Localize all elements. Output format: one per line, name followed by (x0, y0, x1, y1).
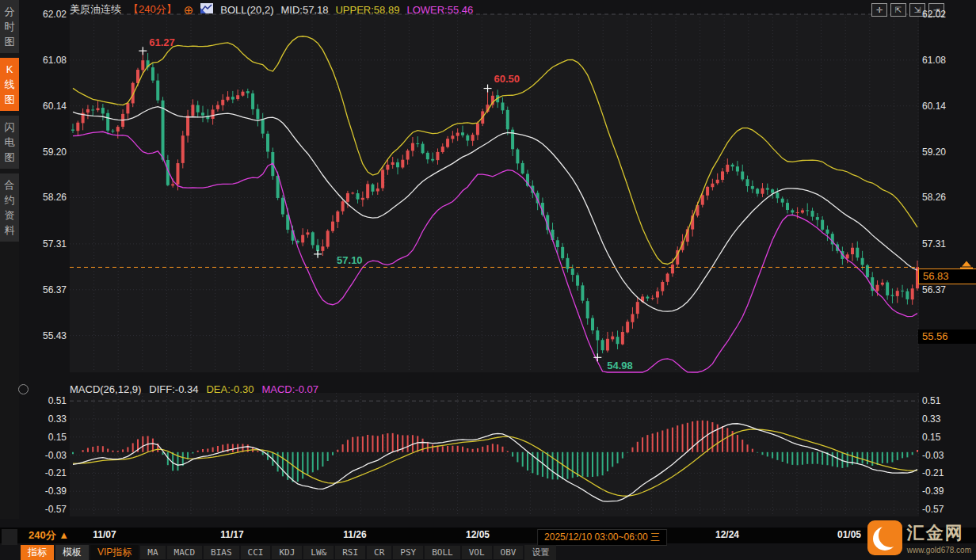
sidebar-tab-1[interactable]: K 线 图 (0, 58, 19, 111)
x-axis-date-label: 11/26 (343, 529, 366, 540)
chart-header: 美原油连续 【240分】 ⊕ BOLL(20,2) MID:57.18 UPPE… (70, 2, 473, 17)
x-axis-date-label: 11/17 (220, 529, 243, 540)
price-axis-label: 58.26 (19, 192, 67, 203)
price-axis-label: 56.37 (19, 284, 67, 295)
chart-type-icon[interactable] (200, 3, 213, 16)
macd-axis-label: 0.33 (922, 413, 973, 425)
price-axis-label: 57.31 (922, 238, 973, 250)
price-axis-label: 61.08 (19, 55, 67, 66)
svg-text:57.10: 57.10 (337, 254, 363, 266)
macd-axis-label: -0.03 (19, 450, 67, 461)
corner-button[interactable] (2, 529, 17, 545)
boll-lower-value: LOWER:55.46 (406, 4, 473, 16)
indicator-tab-MA[interactable]: MA (140, 546, 165, 559)
indicator-tab-KDJ[interactable]: KDJ (272, 546, 302, 559)
macd-axis-label: -0.39 (922, 486, 973, 497)
price-axis-label: 62.02 (19, 9, 67, 20)
indicator-tab-bar: 指标模板VIP指标MAMACDBIASCCIKDJLW&RSICRPSYBOLL… (21, 545, 556, 559)
crosshair-date-label: 2025/12/10 03:00~06:00 三 (537, 529, 667, 546)
period-selector[interactable]: 240分 ▲ (29, 528, 69, 543)
period-label[interactable]: 【240分】 (128, 2, 177, 17)
brand-logo: 汇金网 www.gold678.com (867, 520, 971, 555)
boll-label[interactable]: BOLL(20,2) (220, 4, 273, 16)
indicator-tab-设置[interactable]: 设置 (524, 545, 556, 560)
macd-axis-label: 0.33 (19, 413, 67, 425)
svg-text:61.27: 61.27 (149, 36, 175, 48)
macd-axis-label: 0.15 (19, 432, 67, 443)
svg-text:54.98: 54.98 (607, 360, 633, 371)
indicator-tab-MACD[interactable]: MACD (167, 546, 203, 559)
move-icon[interactable]: ✛ (871, 3, 887, 17)
macd-diff-value: DIFF:-0.34 (149, 383, 198, 395)
x-axis-date-label: 11/07 (93, 529, 116, 540)
macd-axis-label: 0.15 (922, 432, 973, 443)
macd-axis-label: 0.51 (19, 395, 67, 406)
indicator-tab-CR[interactable]: CR (367, 546, 391, 559)
macd-axis-label: -0.21 (19, 467, 67, 478)
price-axis-label: 59.20 (922, 147, 973, 158)
symbol-title: 美原油连续 (70, 2, 121, 17)
sidebar-tab-3[interactable]: 合 约 资 料 (0, 173, 19, 242)
macd-dea-value: DEA:-0.30 (206, 383, 254, 395)
boll-upper-value: UPPER:58.89 (335, 4, 399, 16)
indicator-tab-RSI[interactable]: RSI (335, 546, 365, 559)
macd-axis-label: -0.39 (19, 486, 67, 497)
chart-application: 61.2760.5057.1054.98 分 时 图K 线 图闪 电 图合 约 … (0, 0, 976, 560)
x-axis-date-label: 01/05 (837, 529, 861, 540)
logo-icon (867, 520, 902, 555)
price-axis-label: 60.14 (922, 101, 973, 112)
sidebar-tab-2[interactable]: 闪 电 图 (0, 116, 19, 169)
sidebar-tab-0[interactable]: 分 时 图 (0, 0, 19, 53)
macd-hist-value: MACD:-0.07 (261, 383, 318, 395)
sidebar: 分 时 图K 线 图闪 电 图合 约 资 料 (0, 0, 19, 519)
price-axis-label: 60.14 (19, 101, 67, 112)
x-axis-date-label: 12/24 (715, 529, 739, 540)
price-axis-label: 56.37 (922, 284, 973, 295)
indicator-tab-OBV[interactable]: OBV (494, 546, 524, 559)
macd-axis-label: -0.03 (922, 450, 973, 461)
indicator-tab-VOL[interactable]: VOL (462, 546, 492, 559)
macd-params-label[interactable]: MACD(26,12,9) (70, 383, 141, 395)
logo-name: 汇金网 (907, 521, 971, 545)
indicator-tab-LW&[interactable]: LW& (303, 546, 334, 559)
logo-url: www.gold678.com (907, 546, 971, 554)
indicator-panel-toggle-icon[interactable] (18, 384, 29, 394)
zoom-vertical-axis-icon[interactable]: ⇱ (890, 3, 906, 17)
price-axis-label: 59.20 (19, 147, 67, 158)
macd-axis-label: -0.57 (922, 504, 973, 515)
price-axis-label: 55.43 (19, 330, 67, 341)
indicator-tab-PSY[interactable]: PSY (393, 546, 423, 559)
macd-axis-label: 0.51 (922, 395, 973, 406)
boll-mid-value: MID:57.18 (280, 4, 328, 16)
indicator-tab-BIAS[interactable]: BIAS (204, 546, 239, 559)
indicator-tab-CCI[interactable]: CCI (241, 546, 271, 559)
price-axis-label: 62.02 (922, 9, 973, 20)
x-axis-date-label: 12/05 (466, 529, 490, 540)
indicator-tab-VIP指标[interactable]: VIP指标 (90, 545, 139, 560)
x-axis-row: 240分 ▲ 11/0711/1711/2612/052025/12/10 03… (0, 528, 976, 543)
last-price-box: 56.83 (918, 269, 976, 284)
indicator-tab-指标[interactable]: 指标 (21, 545, 54, 560)
add-overlay-icon[interactable]: ⊕ (184, 5, 194, 15)
lower-band-price-box: 55.56 (918, 330, 976, 344)
macd-axis-label: -0.21 (922, 467, 973, 478)
price-axis-label: 61.08 (922, 55, 973, 66)
price-axis-label: 57.31 (19, 238, 67, 250)
main-chart-canvas[interactable]: 61.2760.5057.1054.98 (0, 0, 976, 560)
macd-axis-label: -0.57 (19, 504, 67, 515)
svg-text:60.50: 60.50 (494, 73, 520, 85)
price-axis-label: 58.26 (922, 192, 973, 203)
indicator-tab-BOLL[interactable]: BOLL (425, 546, 460, 559)
indicator-tab-模板[interactable]: 模板 (55, 545, 89, 560)
macd-header: MACD(26,12,9) DIFF:-0.34 DEA:-0.30 MACD:… (70, 383, 318, 395)
